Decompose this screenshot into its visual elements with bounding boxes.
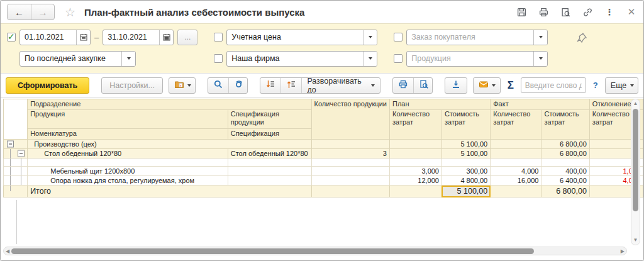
qty-cell[interactable] xyxy=(311,167,389,176)
plan-qty-cell[interactable] xyxy=(389,186,441,197)
plan-cost-cell[interactable]: 5 100,00 xyxy=(441,140,490,149)
close-icon[interactable]: ✕ xyxy=(626,6,637,18)
group-name-cell[interactable]: Производство (цех) xyxy=(28,140,311,149)
link-icon[interactable] xyxy=(582,6,593,18)
spec-cell[interactable]: Стол обеденный 120*80 xyxy=(228,149,311,158)
name-cell[interactable]: Опора ножка для стола, регулируемая, хро… xyxy=(28,176,228,186)
plan-cost-cell[interactable] xyxy=(441,158,490,167)
header-fact-cost-amount[interactable]: Стоимость затрат xyxy=(541,110,589,140)
fact-cost-cell[interactable]: 6 800,00 xyxy=(541,149,589,158)
header-product[interactable]: Продукция xyxy=(28,110,228,129)
plan-cost-cell[interactable]: 5 100,00 xyxy=(441,149,490,158)
header-nomenclature[interactable]: Номенклатура xyxy=(28,129,228,140)
print-report-button[interactable] xyxy=(393,78,413,93)
plan-cost-cell[interactable]: 4 800,00 xyxy=(441,176,490,186)
download-button[interactable] xyxy=(445,77,467,94)
calendar-icon[interactable] xyxy=(76,30,90,45)
fact-qty-cell[interactable] xyxy=(491,186,541,197)
plan-qty-cell[interactable] xyxy=(389,149,441,158)
customer-order-checkbox[interactable] xyxy=(394,33,402,42)
calendar-icon[interactable] xyxy=(159,30,173,45)
help-link[interactable]: ? xyxy=(592,81,599,90)
price-type-checkbox[interactable] xyxy=(214,33,223,42)
name-cell[interactable]: Мебельный щит 1200x800 xyxy=(28,167,228,176)
vertical-scroll-thumb[interactable] xyxy=(633,109,638,211)
spec-cell[interactable] xyxy=(228,158,311,167)
group-name-cell[interactable]: Стол обеденный 120*80 xyxy=(28,149,228,158)
fact-qty-cell[interactable]: 16,000 xyxy=(491,176,541,186)
qty-cell[interactable]: 3 xyxy=(311,149,389,158)
period-from-field[interactable]: 01.10.2021 xyxy=(19,30,91,45)
price-type-value[interactable]: Учетная цена xyxy=(227,33,363,42)
price-type-select[interactable]: Учетная цена xyxy=(226,30,377,45)
qty-cell[interactable] xyxy=(311,140,389,149)
chevron-down-icon[interactable] xyxy=(533,52,547,66)
fact-qty-cell[interactable] xyxy=(491,158,541,167)
spec-cell[interactable] xyxy=(228,167,311,176)
header-plan-cost-qty[interactable]: Количество затрат xyxy=(389,110,441,140)
product-select[interactable]: Продукция xyxy=(406,51,548,67)
header-plan-cost-amount[interactable]: Стоимость затрат xyxy=(441,110,490,140)
header-fact-cost-qty[interactable]: Количество затрат xyxy=(491,110,541,140)
print-preview-button[interactable] xyxy=(413,78,433,93)
price-basis-select[interactable]: По последней закупке xyxy=(19,51,136,67)
product-checkbox[interactable] xyxy=(394,54,402,63)
firm-value[interactable]: Наша фирма xyxy=(227,54,363,63)
back-button[interactable]: ← xyxy=(8,4,31,19)
expand-rows-button[interactable] xyxy=(260,78,280,93)
collapse-rows-button[interactable] xyxy=(280,78,301,93)
plan-qty-cell[interactable]: 12,000 xyxy=(389,176,441,186)
print-icon[interactable] xyxy=(538,6,549,18)
fact-cost-cell[interactable]: 6 800,00 xyxy=(541,140,589,149)
quick-search-input[interactable] xyxy=(521,77,586,93)
generate-button[interactable]: Сформировать xyxy=(6,77,89,94)
email-button[interactable] xyxy=(473,77,500,94)
chevron-down-icon[interactable] xyxy=(121,52,135,66)
customer-order-placeholder[interactable]: Заказ покупателя xyxy=(407,33,533,42)
qty-cell[interactable] xyxy=(311,158,389,167)
fact-qty-cell[interactable] xyxy=(491,140,541,149)
preview-icon[interactable] xyxy=(560,6,571,18)
name-cell[interactable] xyxy=(28,158,228,167)
sum-sigma-icon[interactable]: Σ xyxy=(506,79,515,92)
fact-cost-cell[interactable]: 6 400,00 xyxy=(541,176,589,186)
horizontal-scrollbar[interactable]: ◀ ▶ xyxy=(3,247,627,255)
plan-qty-cell[interactable] xyxy=(389,140,441,149)
pin-icon[interactable] xyxy=(575,31,588,67)
header-spec[interactable]: Спецификация xyxy=(228,129,311,140)
fact-cost-cell[interactable]: 400,00 xyxy=(541,167,589,176)
period-more-button[interactable]: ... xyxy=(177,30,197,45)
chevron-down-icon[interactable] xyxy=(363,52,377,66)
chevron-down-icon[interactable] xyxy=(533,30,547,45)
favorite-star-icon[interactable]: ☆ xyxy=(65,5,75,19)
spec-cell[interactable] xyxy=(228,176,311,186)
report-variants-button[interactable] xyxy=(169,77,196,94)
fact-cost-cell[interactable] xyxy=(541,158,589,167)
total-label-cell[interactable]: Итого xyxy=(28,186,311,197)
forward-button[interactable]: → xyxy=(31,4,54,19)
firm-select[interactable]: Наша фирма xyxy=(226,51,377,67)
scroll-left-icon[interactable]: ◀ xyxy=(6,248,9,254)
vertical-scrollbar[interactable]: ▲ ▼ xyxy=(631,99,640,245)
firm-checkbox[interactable] xyxy=(214,54,223,63)
more-menu-icon[interactable]: ⋮ xyxy=(604,6,615,18)
period-to-field[interactable]: 31.10.2021 xyxy=(103,30,174,45)
collapse-expander-icon[interactable] xyxy=(18,150,25,157)
settings-button[interactable]: Настройки... xyxy=(101,77,163,94)
price-basis-value[interactable]: По последней закупке xyxy=(20,54,121,63)
period-from-value[interactable]: 01.10.2021 xyxy=(20,33,76,42)
header-plan[interactable]: План xyxy=(389,99,490,110)
plan-cost-cell[interactable]: 300,00 xyxy=(441,167,490,176)
expand-to-button[interactable]: Разворачивать до xyxy=(301,78,380,93)
qty-cell[interactable] xyxy=(311,176,389,186)
scroll-right-icon[interactable]: ▶ xyxy=(621,248,625,254)
customer-order-select[interactable]: Заказ покупателя xyxy=(406,30,548,45)
search-next-button[interactable] xyxy=(228,78,248,93)
fact-qty-cell[interactable] xyxy=(491,149,541,158)
more-button[interactable]: Еще xyxy=(605,77,638,94)
collapse-expander-icon[interactable] xyxy=(7,141,14,148)
scroll-down-icon[interactable]: ▼ xyxy=(633,237,638,243)
product-placeholder[interactable]: Продукция xyxy=(407,54,533,63)
chevron-down-icon[interactable] xyxy=(363,30,377,45)
plan-qty-cell[interactable] xyxy=(389,158,441,167)
